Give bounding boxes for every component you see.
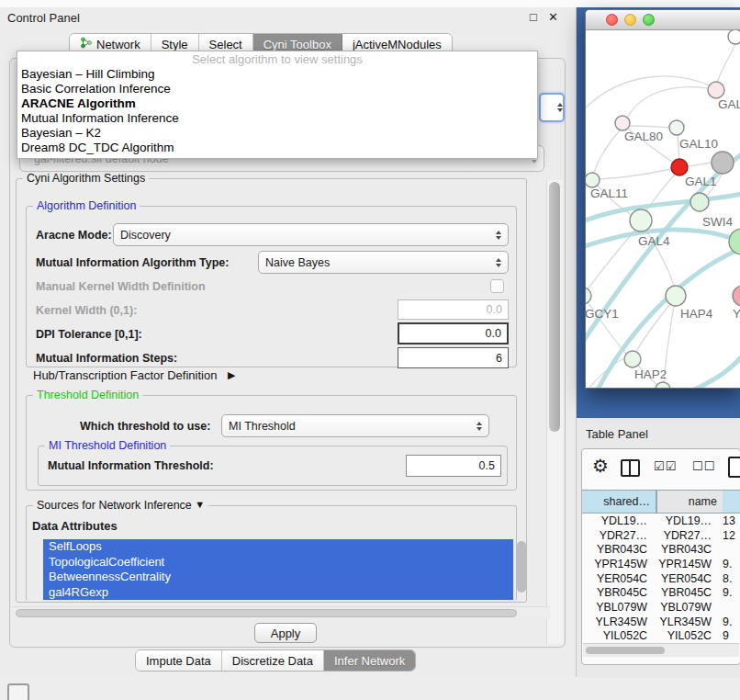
dropdown-item-basic-correlation-inference[interactable]: Basic Correlation Inference [17,82,537,96]
column-header-name[interactable]: name [656,490,723,514]
minimize-traffic-light-icon[interactable] [624,14,636,26]
table-cell: YBL079W [582,601,647,614]
dropdown-item-dream8-dc-tdc-algorithm[interactable]: Dream8 DC_TDC Algorithm [17,141,537,155]
table-horizontal-scrollbar[interactable] [583,643,739,657]
table-row[interactable]: YPR145WYPR145W9. [582,557,740,571]
manual-kernel-checkbox[interactable] [490,279,504,293]
data-attributes-list[interactable]: SelfLoopsTopologicalCoefficientBetweenne… [43,539,513,601]
attribute-item-betweennesscentrality[interactable]: BetweennessCentrality [43,570,513,585]
network-edge[interactable] [594,130,620,173]
network-node-swi4[interactable] [690,193,709,211]
network-node-y[interactable] [733,286,740,306]
mi-steps-field[interactable]: 6 [398,347,509,368]
collapse-down-caret-icon[interactable]: ▼ [195,499,205,510]
select-all-checkboxes-icon[interactable]: ☑☑ [654,459,677,473]
node-label: Y [733,307,740,321]
zoom-traffic-light-icon[interactable] [643,14,655,26]
close-traffic-light-icon[interactable] [606,14,618,26]
group-title: MI Threshold Definition [45,439,170,452]
document-icon[interactable] [728,457,740,478]
column-header-shared[interactable]: shared… [582,490,656,514]
node-label: GAL4 [638,234,670,248]
mi-type-combo[interactable]: Naive Bayes [258,251,509,274]
vertical-scrollbar[interactable] [546,180,563,644]
attribute-item-topologicalcoefficient[interactable]: TopologicalCoefficient [43,555,513,570]
table-row[interactable]: YDR27…YDR27…12 [582,528,740,543]
aracne-mode-combo[interactable]: Discovery [113,223,509,246]
table-cell: YBR045C [582,586,647,599]
network-node-gal80[interactable] [615,116,630,130]
network-node[interactable] [728,29,740,44]
float-panel-icon[interactable]: □ [530,10,537,24]
network-node[interactable] [712,152,734,174]
tab-infer-network[interactable]: Infer Network [324,650,415,671]
attribute-item-gal4rgexp[interactable]: gal4RGexp [43,585,513,601]
stepper-arrows-icon [490,231,501,240]
network-node-gal1[interactable] [671,159,688,175]
apply-button[interactable]: Apply [254,623,317,643]
network-node-gal10[interactable] [669,120,684,135]
table-rows: YDL19…YDL19…13YDR27…YDR27…12YBR043CYBR04… [582,514,740,643]
network-window-titlebar[interactable] [586,10,740,30]
network-edge[interactable] [628,87,708,117]
tab-impute-data[interactable]: Impute Data [136,650,222,671]
vertical-scrollbar-thumb[interactable] [549,182,560,432]
table-row[interactable]: YLR345WYLR345W9. [582,615,740,629]
kernel-width-field[interactable]: 0.0 [398,299,509,320]
table-cell: 12 [712,529,740,542]
network-node[interactable] [729,229,740,254]
network-node-gal[interactable] [708,82,724,98]
mi-type-label: Mutual Information Algorithm Type: [36,256,229,269]
gear-icon[interactable]: ⚙ [592,455,609,477]
network-edge[interactable] [688,163,712,166]
table-row[interactable]: YBR043CYBR043C [582,542,740,557]
hub-definition-expander[interactable]: Hub/Transcription Factor Definition ▶ [33,368,235,382]
network-edge[interactable] [630,126,669,128]
table-row[interactable]: YDL19…YDL19…13 [582,514,740,528]
table-cell: YLR345W [647,615,712,628]
dpi-tolerance-field[interactable]: 0.0 [398,322,509,344]
dropdown-item-bayesian-hill-climbing[interactable]: Bayesian – Hill Climbing [17,67,537,82]
mi-steps-label: Mutual Information Steps: [36,352,177,365]
tab-discretize-data[interactable]: Discretize Data [222,650,324,671]
table-row[interactable]: YBR045CYBR045C9. [582,585,740,600]
list-scrollbar-thumb[interactable] [517,541,526,593]
network-node-gal4[interactable] [630,209,652,231]
network-edge[interactable] [600,169,671,179]
dropdown-item-mutual-information-inference[interactable]: Mutual Information Inference [17,111,537,126]
attribute-item-selfloops[interactable]: SelfLoops [43,539,513,555]
table-row[interactable]: YBL079WYBL079W [582,600,740,615]
network-node-hap4[interactable] [666,286,686,306]
network-edge[interactable] [586,76,709,108]
mi-threshold-field[interactable]: 0.5 [406,455,501,477]
columns-icon[interactable] [621,459,640,477]
network-edge[interactable] [694,356,740,389]
table-cell: 9. [712,586,740,599]
inference-algorithm-combo-fragment[interactable] [539,93,565,122]
dpi-tolerance-label: DPI Tolerance [0,1]: [36,328,142,341]
table-cell: YBR043C [647,543,712,556]
network-node-gcy1[interactable] [586,288,591,304]
close-panel-icon[interactable]: ✕ [548,10,558,24]
horizontal-scrollbar[interactable] [12,606,550,619]
table-cell: 9. [712,615,740,628]
which-threshold-combo[interactable]: MI Threshold [221,414,489,437]
dropdown-item-bayesian-k2[interactable]: Bayesian – K2 [17,126,537,141]
network-node-hap2[interactable] [624,351,641,367]
network-node-gal11[interactable] [586,173,600,187]
table-row[interactable]: YIL052CYIL052C9 [582,629,740,644]
deselect-all-checkboxes-icon[interactable]: ☐☐ [692,459,715,473]
network-edge[interactable] [717,44,735,83]
horizontal-scrollbar-thumb[interactable] [16,609,517,617]
column-header-2[interactable] [723,490,740,514]
mi-threshold-definition-group: MI Threshold Definition Mutual Informati… [38,446,508,486]
minimized-panel-icon[interactable] [7,683,29,700]
network-view-window[interactable]: GALGAL80GAL10GAL1GAL11SWI4GAL4GCY1HAP4YH… [585,9,740,389]
network-icon [80,37,92,51]
table-scrollbar-thumb[interactable] [586,647,665,654]
network-node[interactable] [656,382,670,389]
dropdown-item-aracne-algorithm[interactable]: ARACNE Algorithm [17,96,537,111]
table-row[interactable]: YER054CYER054C8. [582,571,740,586]
table-cell: YBR045C [647,586,712,599]
network-canvas[interactable]: GALGAL80GAL10GAL1GAL11SWI4GAL4GCY1HAP4YH… [586,29,740,389]
